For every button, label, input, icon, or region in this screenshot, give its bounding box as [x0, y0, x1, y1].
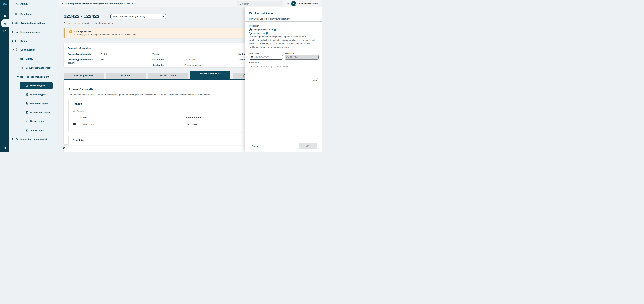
date-input[interactable] [255, 56, 278, 58]
sidebar-item-user-management[interactable]: User management [10, 29, 58, 35]
folder-icon [20, 75, 23, 78]
app-logo-icon[interactable] [2, 2, 7, 6]
field-label: Created by [152, 64, 164, 66]
sidebar-item-processtypes[interactable]: Processtypes [10, 83, 58, 88]
user-gear-icon [15, 30, 18, 34]
sidebar-item-organizational-settings[interactable]: Organizational settings [10, 20, 58, 26]
sidebar-item-process-management[interactable]: Process management [10, 74, 58, 79]
radio-publish-now[interactable]: Publish now i [249, 32, 268, 35]
title-separator: · [106, 15, 107, 19]
column-header-last-modified: Last modified [186, 116, 201, 119]
table-row[interactable]: 1. New phase 10/13/2023 [73, 121, 262, 128]
publication-label: Publication [249, 25, 259, 27]
footer-divider [246, 141, 322, 141]
tab-phases-checklists[interactable]: Phases & checklists [190, 71, 230, 78]
document-icon [25, 102, 28, 105]
chevron-down-icon [162, 15, 164, 18]
sidebar-item-status-types[interactable]: Status types [10, 127, 58, 133]
checklist-card: Checklist [68, 135, 269, 146]
sidebar-item-billing[interactable]: Billing [10, 38, 58, 44]
info-icon[interactable]: i [266, 32, 268, 34]
radio-label: Plan publication date [253, 28, 273, 31]
tab-relations[interactable]: Relations [106, 73, 146, 78]
radio-selected-icon[interactable] [249, 28, 252, 31]
sidebar-item-admin[interactable]: Admin [10, 1, 58, 6]
search-input[interactable] [242, 2, 279, 5]
tab-process-layout[interactable]: Process layout [148, 73, 188, 78]
sidebar-item-label: User management [20, 31, 40, 33]
time-field-disabled[interactable] [284, 54, 319, 59]
team-icon[interactable] [3, 14, 6, 17]
field-label: Processtype description [68, 53, 93, 55]
user-menu[interactable]: Performance Test1 [298, 2, 318, 5]
status-badge-icon: ✓ [295, 4, 296, 6]
plan-publication-panel: Plan publication How would you like to p… [246, 7, 322, 152]
global-search[interactable] [237, 1, 282, 6]
gear-lines-icon [15, 48, 18, 51]
breadcrumb[interactable]: Configuration / Process management / Pro… [66, 2, 133, 5]
panel-question: How would you like to plan your publicat… [249, 18, 290, 20]
process-route-icon [25, 84, 28, 87]
sidebar-item-label: Document types [30, 102, 48, 105]
info-icon: i [69, 30, 72, 33]
save-floppy-icon [249, 11, 253, 15]
sidebar-item-integration-management[interactable]: Integration management [10, 136, 58, 142]
phases-card: Phases Name Last modified 1. New phase 1… [68, 99, 269, 132]
sidebar: Admin Dashboard Organizational settings … [10, 0, 58, 152]
sidebar-item-decision-types[interactable]: Decision types [10, 92, 58, 97]
documents-icon[interactable] [3, 29, 6, 33]
radio-plan-publication-date[interactable]: Plan publication date i [249, 28, 276, 31]
phases-search[interactable] [73, 109, 262, 114]
settings-gear-icon[interactable] [286, 2, 290, 5]
sidebar-item-label: Profiles and layout [30, 111, 50, 114]
sidebar-item-label: Integration management [20, 138, 47, 140]
radio-unselected-icon[interactable] [249, 32, 252, 35]
chart-square-icon [25, 120, 28, 123]
banner-message: Currently, you're looking at the concept… [74, 33, 136, 36]
sidebar-item-document-types[interactable]: Document types [10, 101, 58, 106]
chevron-right-icon [12, 138, 14, 140]
sidebar-item-label: Configuration [20, 49, 35, 51]
section-heading: Phases & checklists [68, 88, 96, 91]
field-value: 123423 [100, 53, 106, 55]
info-icon[interactable]: i [274, 28, 276, 31]
collapse-sidebar-button[interactable] [62, 146, 66, 150]
decision-doc-icon [25, 93, 28, 96]
chevron-down-icon[interactable] [317, 3, 319, 5]
divider [246, 21, 322, 22]
sidebar-item-label: Process management [26, 75, 49, 78]
explanation-label: Explanation [249, 61, 259, 63]
language-select[interactable]: Nederlands (Nederland) (Default) [110, 14, 166, 19]
sidebar-item-library[interactable]: Library [10, 56, 58, 61]
field-value: 10/13/2023 [184, 58, 195, 61]
field-value: 1 [184, 53, 186, 55]
panel-title: Plan publication [255, 12, 274, 14]
header-divider [285, 1, 285, 6]
cancel-link[interactable]: Cancel [252, 145, 259, 147]
sidebar-item-configuration[interactable]: Configuration [10, 47, 58, 53]
expand-rail-button[interactable] [3, 146, 7, 150]
back-arrow-icon[interactable] [62, 2, 65, 5]
sidebar-item-document-management[interactable]: Document management [10, 65, 58, 71]
user-gear-icon[interactable] [3, 21, 7, 25]
time-input[interactable] [290, 56, 310, 58]
explanation-textarea[interactable] [249, 64, 318, 79]
dashboard-icon [15, 12, 18, 16]
phases-search-input[interactable] [77, 110, 144, 112]
concept-version-banner: i Concept version Currently, you're look… [64, 28, 262, 38]
char-counter: 0/250 [301, 79, 318, 81]
building-icon [15, 21, 18, 25]
sidebar-item-result-types[interactable]: Result types [10, 118, 58, 124]
search-icon [238, 2, 241, 5]
library-icon [20, 57, 23, 60]
lock-icon [243, 74, 245, 77]
phases-checklists-panel: Phases & checklists Here you can create … [64, 80, 269, 144]
sidebar-item-dashboard[interactable]: Dashboard [10, 11, 58, 17]
sidebar-item-profiles-and-layout[interactable]: Profiles and layout [10, 109, 58, 115]
card-title: General information [68, 47, 92, 50]
save-button[interactable]: Save [299, 143, 318, 149]
column-header-name: Name [80, 116, 87, 119]
drag-handle-icon[interactable] [73, 123, 76, 126]
date-field[interactable] [249, 54, 283, 59]
tab-process-properties[interactable]: Process properties [64, 73, 104, 78]
